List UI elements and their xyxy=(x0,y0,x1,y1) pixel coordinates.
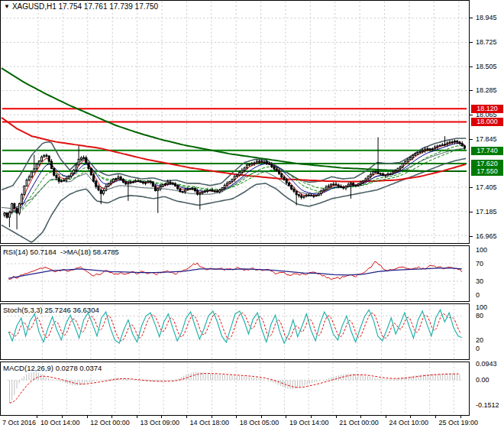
macd-indicator-label: MACD(12,26,9) 0.0278 0.0374 xyxy=(3,364,102,372)
axis-tick xyxy=(470,66,473,67)
time-tick xyxy=(161,416,162,418)
time-axis-label: 14 Oct 18:00 xyxy=(190,419,230,426)
symbol-label: XAGUSD,H1 xyxy=(12,2,57,11)
price-axis-label: 18.505 xyxy=(476,63,497,70)
axis-tick xyxy=(470,115,473,115)
time-tick xyxy=(410,416,411,418)
time-axis-label: 19 Oct 14:00 xyxy=(289,419,329,426)
time-axis-label: 18 Oct 05:00 xyxy=(240,419,279,426)
price-axis-label: 18.945 xyxy=(476,14,497,21)
macd-panel: MACD(12,26,9) 0.0278 0.0374 xyxy=(0,362,470,416)
stochastic-panel: Stoch(5,3,3) 25.7246 36.6304 xyxy=(0,303,470,360)
price-axis-label: 18.285 xyxy=(476,86,497,94)
axis-tick xyxy=(470,187,473,188)
rsi-axis-label: 0 xyxy=(476,291,480,299)
time-tick xyxy=(111,416,112,418)
time-axis-label: 12 Oct 00:00 xyxy=(90,419,130,426)
stochastic-axis-label: 80 xyxy=(476,312,483,319)
axis-tick xyxy=(470,18,473,18)
price-axis-label: 17.185 xyxy=(476,208,497,216)
rsi-axis-label: 30 xyxy=(476,277,483,285)
price-axis: 18.94518.72518.50518.28518.06517.84517.4… xyxy=(470,0,504,416)
price-level-tag-resistance[interactable]: 18.120 xyxy=(471,105,503,113)
time-tick xyxy=(186,416,187,418)
time-tick xyxy=(360,416,361,418)
time-axis-label: 24 Oct 10:00 xyxy=(389,419,428,426)
time-tick xyxy=(236,416,237,418)
ohlc-values: 17.754 17.761 17.739 17.750 xyxy=(59,2,159,11)
time-axis: 7 Oct 201610 Oct 14:0012 Oct 00:0013 Oct… xyxy=(0,416,504,428)
axis-tick xyxy=(470,139,473,140)
rsi-panel: RSI(14) 50.7184 ->MA(18) 58.4785 xyxy=(0,245,470,302)
time-axis-label: 7 Oct 2016 xyxy=(2,419,36,426)
time-tick xyxy=(311,416,312,418)
time-tick xyxy=(137,416,137,418)
stochastic-indicator-label: Stoch(5,3,3) 25.7246 36.6304 xyxy=(3,306,99,314)
price-level-tag-support[interactable]: 17.740 xyxy=(471,147,503,155)
macd-axis-label: 0.00 xyxy=(476,376,489,384)
price-axis-label: 18.725 xyxy=(476,38,497,46)
chart-title: ▼XAGUSD,H1 17.754 17.761 17.739 17.750 xyxy=(4,2,158,11)
axis-tick xyxy=(470,42,473,43)
time-tick xyxy=(212,416,212,418)
stochastic-axis-label: 0 xyxy=(476,345,480,352)
stochastic-axis-label: 20 xyxy=(476,336,483,344)
time-tick xyxy=(460,416,461,418)
time-tick xyxy=(435,416,436,418)
axis-tick xyxy=(470,90,473,91)
axis-tick xyxy=(470,236,473,237)
time-tick xyxy=(286,416,286,418)
time-tick xyxy=(62,416,63,418)
rsi-axis-label: 100 xyxy=(476,246,487,254)
time-tick xyxy=(37,416,37,418)
price-axis-label: 16.965 xyxy=(476,232,497,240)
time-tick xyxy=(261,416,262,418)
time-tick xyxy=(336,416,337,418)
price-axis-label: 17.405 xyxy=(476,183,497,191)
time-tick xyxy=(386,416,386,418)
time-axis-label: 21 Oct 00:00 xyxy=(339,419,379,426)
time-tick xyxy=(87,416,88,418)
time-axis-label: 10 Oct 14:00 xyxy=(40,419,80,426)
macd-axis-label: -0.1512 xyxy=(476,401,499,409)
time-axis-label: 13 Oct 09:00 xyxy=(140,419,179,426)
rsi-axis-label: 70 xyxy=(476,260,483,268)
axis-tick xyxy=(470,212,473,212)
price-level-tag-support[interactable]: 17.550 xyxy=(471,167,503,176)
symbol-dropdown-icon[interactable]: ▼ xyxy=(4,3,10,10)
price-level-tag-resistance[interactable]: 18.000 xyxy=(471,118,503,126)
macd-axis-label: 0.0943 xyxy=(476,360,497,368)
price-axis-label: 17.845 xyxy=(476,135,497,143)
time-axis-label: 25 Oct 19:00 xyxy=(439,419,479,426)
rsi-indicator-label: RSI(14) 50.7184 ->MA(18) 58.4785 xyxy=(3,248,119,256)
main-chart-panel: ▼XAGUSD,H1 17.754 17.761 17.739 17.750 xyxy=(0,0,470,244)
stochastic-axis-label: 100 xyxy=(476,303,487,311)
price-plot[interactable] xyxy=(1,1,469,243)
chart-window: ▼XAGUSD,H1 17.754 17.761 17.739 17.750 R… xyxy=(0,0,504,428)
